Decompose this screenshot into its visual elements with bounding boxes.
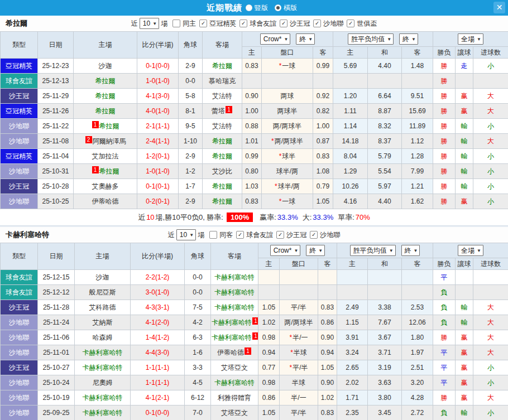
home-team-name: 般尼亞斯	[89, 288, 116, 296]
same-side-checkbox[interactable]	[209, 231, 217, 239]
avg-win-odds: 1.29	[333, 164, 368, 179]
league-filter-checkbox[interactable]: ✓	[276, 231, 284, 239]
avg-draw-odds: 8.32	[368, 119, 402, 134]
matches-table-1: 類型 日期 主場 比分(半場) 角球 客場 Crow*▼ 終▼ 胜平负均	[0, 31, 508, 209]
match-row[interactable]: 亞冠精英25-11-26希拉爾4-0(1-0)8-1蕾塔11.00两球半0.82…	[1, 104, 508, 119]
avg-win-odds	[337, 285, 368, 300]
avg-odds-select-value: 胜平负均值	[351, 35, 385, 44]
games-count-select[interactable]: 10▼	[140, 18, 159, 29]
match-row[interactable]: 沙地聯25-11-24艾納斯4-1(2-0)4-2卡赫利塞哈特11.02两/两球…	[1, 315, 508, 330]
match-row[interactable]: 沙地聯25-10-19卡赫利塞哈特4-1(2-1)6-12利雅得體育0.86半/…	[1, 390, 508, 405]
match-type-badge: 亞冠精英	[1, 59, 38, 74]
dropdown-arrow-icon: ▼	[284, 37, 288, 42]
handicap-line	[262, 74, 313, 89]
league-filter-checkbox[interactable]: ✓	[280, 20, 287, 27]
dropdown-arrow-icon: ▼	[294, 248, 298, 253]
final-avg-select[interactable]: 終▼	[401, 245, 420, 256]
match-row[interactable]: 亞冠精英25-12-23沙迦0-1(0-0)2-9希拉爾0.83*一球0.995…	[1, 59, 508, 74]
asterisk-mark: *	[279, 62, 282, 70]
match-row[interactable]: 沙王冠25-10-28艾奧赫多0-1(0-1)1-7希拉爾1.03*球半/两0.…	[1, 179, 508, 194]
match-type-badge: 沙王冠	[1, 360, 38, 375]
away-team-name: 卡赫利塞哈特	[214, 303, 255, 311]
score-cell: 4-1(3-0)	[137, 89, 179, 104]
match-row[interactable]: 沙地聯25-11-221希拉爾2-1(1-1)9-5艾法特0.88两/两球半1.…	[1, 119, 508, 134]
scope-select-value: 全場	[461, 35, 475, 44]
corners-cell: 1-6	[185, 345, 211, 360]
match-row[interactable]: 沙地聯25-10-24尼奧姆1-1(1-1)4-5卡赫利塞哈特0.98半球0.9…	[1, 375, 508, 390]
col-type: 類型	[1, 243, 38, 270]
match-row[interactable]: 沙地聯25-11-082阿爾納澤馬2-4(1-1)1-10希拉爾1.01*两/两…	[1, 134, 508, 149]
match-type-badge: 亞冠精英	[1, 104, 38, 119]
avg-draw-odds: 3.67	[368, 330, 402, 345]
match-row[interactable]: 亞冠精英25-11-04艾加拉法1-2(0-1)2-9希拉爾0.99*球半0.8…	[1, 149, 508, 164]
scope-select[interactable]: 全場▼	[458, 245, 483, 256]
league-filter-checkbox[interactable]: ✓	[313, 20, 321, 27]
match-row[interactable]: 沙地聯25-10-25伊蒂哈德0-2(0-1)2-9希拉爾0.83*一球1.05…	[1, 194, 508, 209]
score-cell: 2-2(1-2)	[131, 270, 185, 285]
home-team-name: 卡赫利塞哈特	[83, 394, 123, 402]
asterisk-mark: *	[289, 364, 292, 371]
same-side-checkbox[interactable]	[172, 20, 180, 27]
league-filter-checkbox[interactable]: ✓	[347, 20, 354, 27]
match-row[interactable]: 球會友誼25-12-12般尼亞斯3-0(1-0)0-0卡赫利塞哈特負	[1, 285, 508, 300]
near-label: 近	[168, 230, 175, 240]
match-type-badge: 球會友誼	[1, 74, 38, 89]
handicap-odds-away: 0.79	[313, 179, 333, 194]
handicap-odds-away: 0.83	[318, 405, 337, 420]
filter-bar: 近10▼場同主✓亞冠精英✓球會友誼✓沙王冠✓沙地聯✓世俱盃	[131, 18, 377, 29]
match-row[interactable]: 球會友誼25-12-13希拉爾1-0(1-0)0-0慕哈瑞克勝	[1, 74, 508, 89]
horizontal-layout-radio[interactable]	[275, 4, 281, 11]
avg-draw-odds: 6.64	[368, 89, 402, 104]
match-row[interactable]: 沙王冠25-11-28艾科路德4-3(3-1)7-5卡赫利塞哈特1.05平/半0…	[1, 300, 508, 315]
final-odds-select[interactable]: 終▼	[296, 33, 315, 45]
home-team-cell: 希拉爾	[74, 89, 137, 104]
away-team-name: 伊蒂哈德	[217, 349, 244, 356]
league-filter-label: 亞冠精英	[209, 19, 236, 28]
league-filter-checkbox[interactable]: ✓	[239, 20, 247, 27]
score-cell: 0-1(0-1)	[137, 179, 179, 194]
dialog-titlebar: 近期戰績 豎版 橫版 ✕	[0, 0, 508, 16]
red-number-badge: 1	[92, 166, 99, 173]
col-goals: 进球数	[473, 258, 508, 270]
away-team-cell: 卡赫利塞哈特	[211, 375, 258, 390]
away-team-cell: 利雅得體育	[211, 390, 258, 405]
match-row[interactable]: 沙地聯25-11-06哈森姆1-4(1-2)6-3卡赫利塞哈特10.98*半/一…	[1, 330, 508, 345]
handicap-group-header: Crow*▼ 終▼	[258, 243, 337, 258]
bookmaker-select[interactable]: Crow*▼	[270, 245, 301, 256]
away-team-cell: 希拉爾	[203, 149, 242, 164]
avg-odds-select[interactable]: 胜平负均值▼	[348, 33, 394, 45]
match-row[interactable]: 沙地聯25-09-25卡赫利塞哈特0-1(0-0)7-0艾塔亞文1.05平/半0…	[1, 405, 508, 420]
handicap-line	[280, 270, 318, 285]
goals-result-cell: 小	[473, 149, 508, 164]
match-row[interactable]: 沙王冠25-11-29希拉爾4-1(3-0)5-8艾法特0.90两球0.921.…	[1, 89, 508, 104]
scope-select[interactable]: 全場▼	[458, 33, 483, 45]
match-row[interactable]: 沙地聯25-10-311希拉爾1-0(1-0)1-2艾沙比0.80球半/两1.0…	[1, 164, 508, 179]
corners-cell: 5-8	[179, 89, 203, 104]
match-row[interactable]: 沙王冠25-10-27卡赫利塞哈特1-1(1-1)3-3艾塔亞文0.77*平/半…	[1, 360, 508, 375]
home-team-cell: 艾奧赫多	[74, 179, 137, 194]
league-filter-label: 世俱盃	[357, 19, 377, 28]
match-date: 25-11-24	[38, 315, 75, 330]
match-row[interactable]: 沙地聯25-11-01卡赫利塞哈特4-4(3-0)1-6伊蒂哈德10.94*半球…	[1, 345, 508, 360]
handicap-result-cell	[456, 74, 473, 89]
col-avg-draw: 和	[368, 47, 402, 59]
final-odds-select[interactable]: 終▼	[306, 245, 325, 256]
final-avg-select[interactable]: 終▼	[399, 33, 418, 45]
avg-draw-odds: 3.63	[368, 375, 402, 390]
close-icon[interactable]: ✕	[493, 2, 505, 13]
handicap-odds-home: 0.80	[242, 164, 262, 179]
match-row[interactable]: 球會友誼25-12-15沙迦2-2(1-2)0-0卡赫利塞哈特平	[1, 270, 508, 285]
avg-loss-odds: 7.99	[402, 164, 433, 179]
games-count-select[interactable]: 10▼	[176, 229, 196, 240]
avg-odds-select[interactable]: 胜平负均值▼	[350, 245, 396, 256]
league-filter-checkbox[interactable]: ✓	[199, 20, 207, 27]
goals-result-cell: 大	[473, 330, 508, 345]
league-filter-checkbox[interactable]: ✓	[236, 231, 244, 239]
handicap-odds-away: 0.83	[313, 149, 333, 164]
score-cell: 1-4(1-2)	[131, 330, 185, 345]
avg-win-odds: 1.11	[333, 104, 368, 119]
league-filter-checkbox[interactable]: ✓	[310, 231, 318, 239]
vertical-layout-radio[interactable]	[246, 4, 252, 11]
match-type-badge: 沙地聯	[1, 330, 38, 345]
bookmaker-select[interactable]: Crow*▼	[260, 33, 291, 45]
